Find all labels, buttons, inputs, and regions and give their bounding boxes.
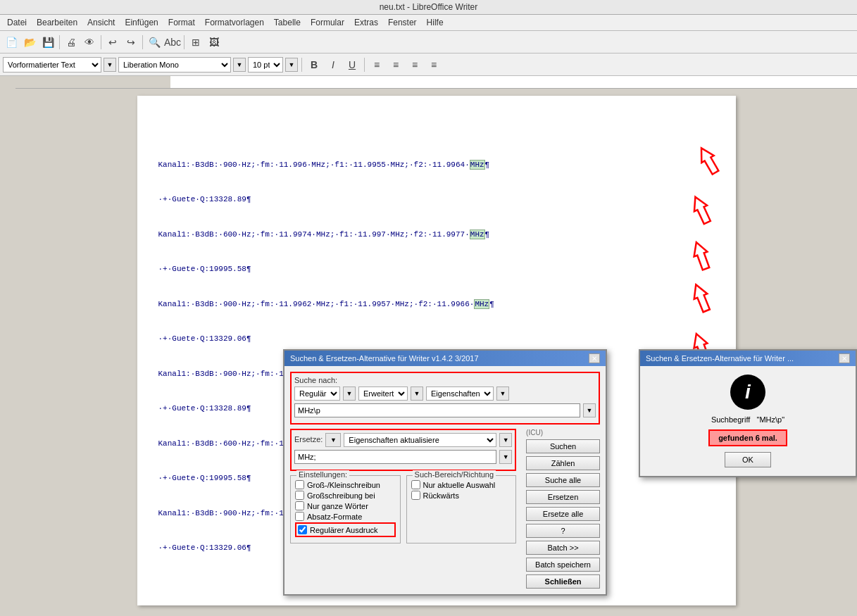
- search-replace-dialog[interactable]: Suchen & Ersetzen-Alternative für Writer…: [283, 349, 607, 596]
- replace-eigenschaften-select[interactable]: Eigenschaften aktualisiere: [344, 433, 496, 447]
- cb-absatz-row: Absatz-Formate: [295, 512, 396, 521]
- replace-label-row: Ersetze: ▼ Eigenschaften aktualisiere ▼: [294, 433, 512, 447]
- replace-section: Ersetze: ▼ Eigenschaften aktualisiere ▼: [290, 429, 516, 471]
- menu-fenster[interactable]: Fenster: [384, 16, 421, 29]
- middle-section: Ersetze: ▼ Eigenschaften aktualisiere ▼: [290, 429, 600, 589]
- separator3: [142, 35, 143, 49]
- cb-ganze-woerter-row: Nur ganze Wörter: [295, 501, 396, 510]
- bold-button[interactable]: B: [306, 56, 323, 73]
- replace-input[interactable]: [294, 450, 496, 464]
- italic-button[interactable]: I: [325, 56, 342, 73]
- cb-rueckwaerts-row: Rückwärts: [411, 491, 512, 500]
- replace-mode-arrow[interactable]: ▼: [325, 433, 341, 447]
- menu-format[interactable]: Format: [164, 16, 199, 29]
- cb-nur-aktuelle-row: Nur aktuelle Auswahl: [411, 480, 512, 489]
- zaehlen-button[interactable]: Zählen: [526, 456, 600, 470]
- found-count-box: gefunden 6 mal.: [708, 429, 787, 446]
- cb-gross-klein[interactable]: [295, 480, 304, 489]
- search-dialog-title: Suchen & Ersetzen-Alternative für Writer…: [284, 351, 606, 366]
- left-inputs: Ersetze: ▼ Eigenschaften aktualisiere ▼: [290, 429, 516, 589]
- spellcheck-button[interactable]: Abc: [164, 34, 181, 51]
- cb-nur-aktuelle[interactable]: [411, 480, 420, 489]
- font-dropdown-arrow[interactable]: ▼: [233, 58, 246, 72]
- search-dialog-close[interactable]: ✕: [589, 353, 600, 363]
- style-dropdown[interactable]: Vorformatierter Text: [3, 57, 101, 73]
- help-button[interactable]: ?: [526, 524, 600, 538]
- cb-absatz[interactable]: [295, 512, 304, 521]
- align-justify-button[interactable]: ≡: [425, 56, 442, 73]
- search-input-arrow[interactable]: ▼: [583, 403, 596, 417]
- info-suchbegriff-value: "MHz\p": [757, 415, 785, 424]
- align-right-button[interactable]: ≡: [406, 56, 423, 73]
- batch-speichern-button[interactable]: Batch speichern: [526, 558, 600, 572]
- separator1: [59, 35, 60, 49]
- search-section: Suche nach: Regulär ▼ Erweitert ▼ Ei: [290, 372, 600, 425]
- ersetzen-button[interactable]: Ersetzen: [526, 490, 600, 504]
- separator2: [101, 35, 101, 49]
- info-dialog[interactable]: Suchen & Ersetzen-Alternative für Writer…: [639, 349, 857, 477]
- suchen-button[interactable]: Suchen: [526, 439, 600, 453]
- ersetze-alle-button[interactable]: Ersetze alle: [526, 507, 600, 521]
- menu-tabelle[interactable]: Tabelle: [270, 16, 305, 29]
- info-ok-button[interactable]: OK: [725, 452, 771, 467]
- search-eigenschaften-arrow[interactable]: ▼: [496, 386, 509, 401]
- preview-button[interactable]: 👁: [81, 34, 98, 51]
- table-button[interactable]: ⊞: [187, 34, 204, 51]
- search-input[interactable]: [294, 403, 580, 417]
- search-range-legend: Such-Bereich/Richtung: [413, 470, 496, 479]
- size-dropdown[interactable]: 10 pt: [248, 57, 283, 73]
- title-bar: neu.txt - LibreOffice Writer: [0, 0, 857, 15]
- undo-button[interactable]: ↩: [104, 34, 121, 51]
- underline-button[interactable]: U: [344, 56, 361, 73]
- settings-legend: Einstellungen:: [296, 470, 349, 479]
- menu-formular[interactable]: Formular: [306, 16, 349, 29]
- suche-alle-button[interactable]: Suche alle: [526, 473, 600, 487]
- search-dialog-title-text: Suchen & Ersetzen-Alternative für Writer…: [290, 354, 479, 363]
- document-container[interactable]: Kanal1:·B3dB:·900·Hz;·fm:·11.996·MHz;·f1…: [15, 89, 857, 616]
- cb-regulaer[interactable]: [298, 525, 307, 534]
- align-center-button[interactable]: ≡: [387, 56, 404, 73]
- menu-bearbeiten[interactable]: Bearbeiten: [32, 16, 82, 29]
- found-count-text: gefunden 6 mal.: [718, 434, 777, 442]
- doc-line-4: ·+·Guete·Q:19995.58¶: [158, 263, 715, 275]
- font-dropdown[interactable]: Liberation Mono: [118, 57, 231, 73]
- size-dropdown-arrow[interactable]: ▼: [285, 58, 298, 72]
- cb-absatz-label: Absatz-Formate: [307, 513, 362, 521]
- menu-ansicht[interactable]: Ansicht: [83, 16, 119, 29]
- search-mode-arrow[interactable]: ▼: [343, 386, 356, 401]
- replace-input-arrow[interactable]: ▼: [499, 450, 512, 464]
- info-suchbegriff-label: Suchbegriff: [711, 415, 750, 424]
- redo-button[interactable]: ↪: [123, 34, 139, 51]
- doc-line-3: Kanal1:·B3dB:·600·Hz;·fm:·11.9974·MHz;·f…: [158, 229, 715, 241]
- formatting-toolbar: Vorformatierter Text ▼ Liberation Mono ▼…: [0, 54, 857, 76]
- align-left-button[interactable]: ≡: [368, 56, 385, 73]
- save-button[interactable]: 💾: [39, 34, 56, 51]
- schliessen-button[interactable]: Schließen: [526, 574, 600, 589]
- doc-line-1: Kanal1:·B3dB:·900·Hz;·fm:·11.996·MHz;·f1…: [158, 159, 715, 171]
- search-erweitert-select[interactable]: Erweitert: [358, 386, 408, 401]
- menu-einfuegen[interactable]: Einfügen: [120, 16, 162, 29]
- cb-gross-bei-row: Großschreibung bei: [295, 491, 396, 500]
- print-button[interactable]: 🖨: [63, 34, 80, 51]
- menu-extras[interactable]: Extras: [350, 16, 382, 29]
- info-dialog-close[interactable]: ✕: [839, 353, 850, 363]
- cb-gross-bei[interactable]: [295, 491, 304, 500]
- cb-ganze-woerter[interactable]: [295, 501, 304, 510]
- menu-datei[interactable]: Datei: [3, 16, 31, 29]
- cb-rueckwaerts[interactable]: [411, 491, 420, 500]
- separator6: [364, 58, 365, 72]
- menu-formatvorlagen[interactable]: Formatvorlagen: [201, 16, 268, 29]
- info-icon: i: [730, 375, 765, 410]
- find-button[interactable]: 🔍: [146, 34, 163, 51]
- open-button[interactable]: 📂: [21, 34, 38, 51]
- replace-eigenschaften-arrow[interactable]: ▼: [499, 433, 512, 447]
- search-eigenschaften-select[interactable]: Eigenschaften: [426, 386, 494, 401]
- menu-hilfe[interactable]: Hilfe: [423, 16, 448, 29]
- search-erweitert-arrow[interactable]: ▼: [411, 386, 423, 401]
- image-button[interactable]: 🖼: [206, 34, 223, 51]
- search-mode-row: Regulär ▼ Erweitert ▼ Eigenschaften ▼: [294, 386, 596, 401]
- new-button[interactable]: 📄: [3, 34, 20, 51]
- batch-button[interactable]: Batch >>: [526, 541, 600, 555]
- search-mode-select[interactable]: Regulär: [294, 386, 340, 401]
- style-dropdown-arrow[interactable]: ▼: [104, 58, 116, 72]
